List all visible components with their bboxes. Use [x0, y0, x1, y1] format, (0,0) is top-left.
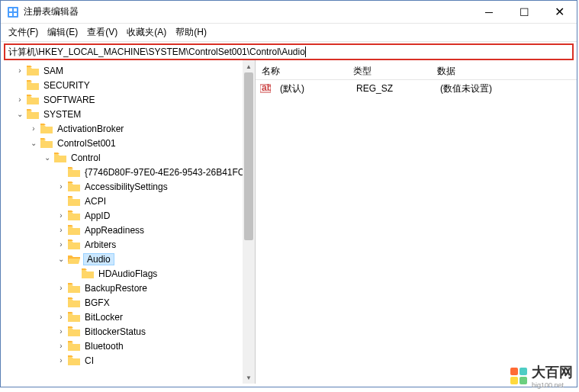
tree-label: {7746D80F-97E0-4E26-9543-26B41FC	[83, 167, 246, 178]
chevron-down-icon[interactable]: ⌄	[14, 109, 25, 120]
tree-item-controlset001[interactable]: ⌄ ControlSet001	[1, 136, 255, 150]
folder-icon	[68, 355, 80, 365]
folder-icon	[54, 153, 66, 162]
folder-icon	[68, 210, 80, 220]
value-name: (默认)	[274, 82, 350, 95]
tree-label: AppReadiness	[83, 225, 146, 236]
minimize-button[interactable]: ─	[471, 1, 507, 23]
menu-view[interactable]: 查看(V)	[85, 24, 119, 40]
menu-favorites[interactable]: 收藏夹(A)	[125, 24, 168, 40]
chevron-right-icon[interactable]: ›	[14, 66, 25, 76]
tree-item-hdaudioflags[interactable]: HDAudioFlags	[1, 266, 255, 281]
chevron-right-icon[interactable]: ›	[56, 312, 66, 323]
tree-item-bluetooth[interactable]: › Bluetooth	[1, 339, 255, 353]
menu-help[interactable]: 帮助(H)	[174, 24, 208, 40]
tree-label: BGFX	[83, 297, 111, 308]
tree-item-bitlockerstatus[interactable]: › BitlockerStatus	[1, 324, 255, 339]
chevron-right-icon[interactable]: ›	[14, 95, 25, 105]
tree-item-security[interactable]: SECURITY	[1, 78, 255, 92]
tree-item-audio[interactable]: ⌄ Audio	[1, 252, 255, 266]
tree-item-guid[interactable]: {7746D80F-97E0-4E26-9543-26B41FC	[1, 165, 255, 179]
tree-label: Arbiters	[83, 239, 117, 250]
tree-label: SAM	[42, 66, 65, 76]
chevron-right-icon[interactable]: ›	[56, 355, 66, 366]
chevron-right-icon[interactable]: ›	[56, 210, 66, 221]
tree-label: Control	[69, 153, 102, 163]
tree-label: SOFTWARE	[42, 95, 97, 105]
tree-item-control[interactable]: ⌄ Control	[1, 150, 255, 165]
expander-empty	[14, 80, 25, 91]
tree-label: BitlockerStatus	[83, 326, 147, 337]
folder-icon	[40, 138, 53, 148]
chevron-down-icon[interactable]: ⌄	[28, 138, 39, 149]
text-cursor	[305, 47, 306, 57]
svg-rect-4	[14, 13, 17, 16]
chevron-right-icon[interactable]: ›	[56, 341, 66, 352]
tree-label: HDAudioFlags	[97, 268, 159, 279]
folder-icon	[68, 341, 80, 351]
watermark-logo-icon	[510, 368, 527, 384]
svg-rect-1	[9, 8, 12, 11]
folder-icon	[27, 95, 39, 104]
tree-label: AccessibilitySettings	[83, 182, 169, 192]
tree-item-appid[interactable]: › AppID	[1, 208, 255, 223]
tree-item-accessibility[interactable]: › AccessibilitySettings	[1, 179, 255, 194]
column-data[interactable]: 数据	[431, 63, 577, 79]
scroll-up-icon[interactable]: ▲	[243, 60, 255, 72]
folder-icon	[27, 66, 39, 76]
folder-icon	[68, 297, 80, 307]
chevron-right-icon[interactable]: ›	[56, 239, 66, 250]
column-type[interactable]: 类型	[347, 63, 431, 79]
tree-scrollbar[interactable]: ▲ ▼	[243, 60, 255, 384]
address-bar[interactable]: 计算机\HKEY_LOCAL_MACHINE\SYSTEM\ControlSet…	[4, 43, 574, 60]
folder-open-icon	[68, 254, 80, 264]
chevron-right-icon[interactable]: ›	[56, 326, 66, 337]
tree-item-bgfx[interactable]: BGFX	[1, 295, 255, 310]
column-name[interactable]: 名称	[256, 63, 347, 79]
scroll-down-icon[interactable]: ▼	[243, 371, 255, 384]
tree-label: ActivationBroker	[56, 124, 125, 134]
menu-edit[interactable]: 编辑(E)	[46, 24, 79, 40]
menu-file[interactable]: 文件(F)	[7, 24, 40, 40]
tree-item-software[interactable]: › SOFTWARE	[1, 92, 255, 107]
tree-item-activationbroker[interactable]: › ActivationBroker	[1, 121, 255, 136]
chevron-down-icon[interactable]: ⌄	[42, 153, 53, 163]
scroll-thumb[interactable]	[244, 72, 253, 240]
titlebar: 注册表编辑器 ─ ☐ ✕	[1, 1, 577, 24]
close-button[interactable]: ✕	[542, 1, 577, 23]
string-value-icon: ab	[260, 83, 271, 94]
tree-item-acpi[interactable]: ACPI	[1, 194, 255, 208]
chevron-right-icon[interactable]: ›	[28, 124, 39, 134]
tree-item-arbiters[interactable]: › Arbiters	[1, 237, 255, 252]
folder-icon	[68, 312, 80, 322]
tree-item-system[interactable]: ⌄ SYSTEM	[1, 107, 255, 121]
tree-item-appreadiness[interactable]: › AppReadiness	[1, 223, 255, 237]
address-path: 计算机\HKEY_LOCAL_MACHINE\SYSTEM\ControlSet…	[8, 46, 305, 59]
chevron-right-icon[interactable]: ›	[56, 225, 66, 236]
tree-pane: › SAM SECURITY › SOFTWARE ⌄	[1, 60, 256, 384]
tree-item-sam[interactable]: › SAM	[1, 63, 255, 78]
list-row[interactable]: ab (默认) REG_SZ (数值未设置)	[256, 82, 577, 95]
expander-empty	[69, 268, 80, 279]
tree-label: ACPI	[83, 196, 108, 207]
chevron-right-icon[interactable]: ›	[56, 182, 66, 192]
chevron-down-icon[interactable]: ⌄	[56, 254, 66, 265]
menubar: 文件(F) 编辑(E) 查看(V) 收藏夹(A) 帮助(H)	[1, 24, 577, 42]
expander-empty	[56, 167, 66, 178]
folder-icon	[68, 326, 80, 336]
folder-icon	[40, 124, 53, 133]
tree-label: BackupRestore	[83, 283, 149, 294]
svg-text:ab: ab	[262, 83, 271, 93]
watermark: 大百网 big100.net	[510, 363, 573, 389]
svg-rect-3	[9, 13, 12, 16]
regedit-icon	[7, 6, 19, 18]
tree-label: SECURITY	[42, 80, 92, 91]
folder-icon	[68, 225, 80, 235]
watermark-brand: 大百网	[532, 363, 573, 381]
maximize-button[interactable]: ☐	[507, 1, 542, 23]
tree-item-ci[interactable]: › CI	[1, 353, 255, 368]
tree-label: CI	[83, 355, 95, 366]
chevron-right-icon[interactable]: ›	[56, 283, 66, 294]
tree-item-backuprestore[interactable]: › BackupRestore	[1, 281, 255, 295]
tree-item-bitlocker[interactable]: › BitLocker	[1, 310, 255, 324]
